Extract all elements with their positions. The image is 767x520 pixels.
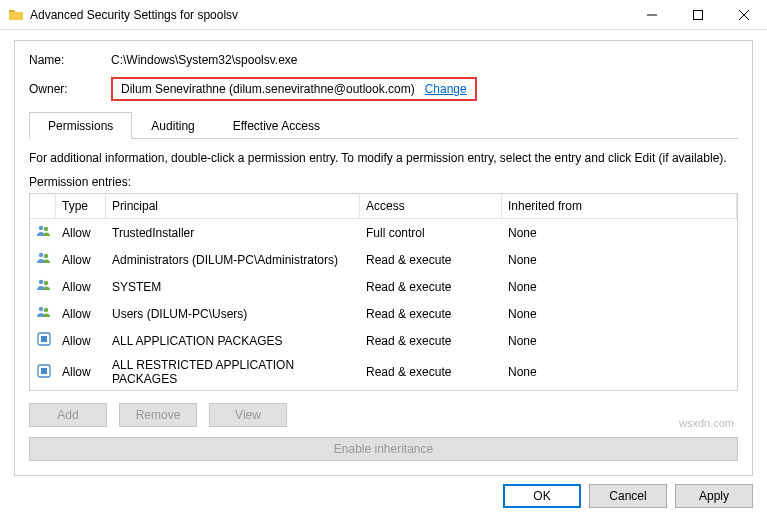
svg-point-4 [44, 254, 48, 258]
svg-point-8 [44, 308, 48, 312]
cell-type: Allow [56, 278, 106, 296]
window-title: Advanced Security Settings for spoolsv [30, 8, 629, 22]
entries-label: Permission entries: [29, 175, 738, 189]
name-value: C:\Windows\System32\spoolsv.exe [111, 53, 298, 67]
svg-rect-12 [41, 368, 47, 374]
svg-point-7 [39, 307, 43, 311]
svg-rect-10 [41, 336, 47, 342]
cell-access: Read & execute [360, 363, 502, 381]
cell-principal: SYSTEM [106, 278, 360, 296]
cell-access: Full control [360, 224, 502, 242]
cell-inherited: None [502, 363, 737, 381]
package-icon [30, 361, 56, 384]
main-panel: Name: C:\Windows\System32\spoolsv.exe Ow… [14, 40, 753, 476]
cell-principal: ALL RESTRICTED APPLICATION PACKAGES [106, 356, 360, 388]
svg-point-6 [44, 281, 48, 285]
owner-label: Owner: [29, 82, 111, 96]
folder-icon [8, 7, 24, 23]
cell-type: Allow [56, 363, 106, 381]
tab-auditing[interactable]: Auditing [132, 112, 213, 139]
svg-point-5 [39, 280, 43, 284]
col-inherited[interactable]: Inherited from [502, 194, 737, 218]
cell-type: Allow [56, 224, 106, 242]
tabs: Permissions Auditing Effective Access [29, 111, 738, 139]
cell-inherited: None [502, 305, 737, 323]
cell-principal: TrustedInstaller [106, 224, 360, 242]
cell-inherited: None [502, 332, 737, 350]
enable-inheritance-button[interactable]: Enable inheritance [29, 437, 738, 461]
package-icon [30, 329, 56, 352]
col-type[interactable]: Type [56, 194, 106, 218]
owner-highlight: Dilum Senevirathne (dilum.senevirathne@o… [111, 77, 477, 101]
cell-access: Read & execute [360, 332, 502, 350]
cell-access: Read & execute [360, 278, 502, 296]
col-icon[interactable] [30, 194, 56, 218]
table-row[interactable]: AllowSYSTEMRead & executeNone [30, 273, 737, 300]
cell-principal: ALL APPLICATION PACKAGES [106, 332, 360, 350]
col-access[interactable]: Access [360, 194, 502, 218]
table-row[interactable]: AllowALL RESTRICTED APPLICATION PACKAGES… [30, 354, 737, 390]
change-owner-link[interactable]: Change [425, 82, 467, 96]
users-icon [30, 248, 56, 271]
info-text: For additional information, double-click… [29, 151, 738, 165]
tab-permissions[interactable]: Permissions [29, 112, 132, 139]
titlebar: Advanced Security Settings for spoolsv [0, 0, 767, 30]
users-icon [30, 302, 56, 325]
cell-principal: Administrators (DILUM-PC\Administrators) [106, 251, 360, 269]
name-label: Name: [29, 53, 111, 67]
ok-button[interactable]: OK [503, 484, 581, 508]
close-button[interactable] [721, 0, 767, 30]
cell-type: Allow [56, 305, 106, 323]
watermark: wsxdn.com [679, 417, 734, 429]
cell-principal: Users (DILUM-PC\Users) [106, 305, 360, 323]
table-row[interactable]: AllowTrustedInstallerFull controlNone [30, 219, 737, 246]
maximize-button[interactable] [675, 0, 721, 30]
permission-grid: Type Principal Access Inherited from All… [29, 193, 738, 391]
cell-type: Allow [56, 332, 106, 350]
dialog-footer: OK Cancel Apply [0, 476, 767, 520]
minimize-button[interactable] [629, 0, 675, 30]
table-row[interactable]: AllowUsers (DILUM-PC\Users)Read & execut… [30, 300, 737, 327]
view-button[interactable]: View [209, 403, 287, 427]
cell-access: Read & execute [360, 305, 502, 323]
svg-rect-0 [694, 10, 703, 19]
cell-type: Allow [56, 251, 106, 269]
svg-point-1 [39, 226, 43, 230]
users-icon [30, 275, 56, 298]
col-principal[interactable]: Principal [106, 194, 360, 218]
table-row[interactable]: AllowAdministrators (DILUM-PC\Administra… [30, 246, 737, 273]
tab-effective-access[interactable]: Effective Access [214, 112, 339, 139]
cancel-button[interactable]: Cancel [589, 484, 667, 508]
table-row[interactable]: AllowALL APPLICATION PACKAGESRead & exec… [30, 327, 737, 354]
cell-inherited: None [502, 278, 737, 296]
apply-button[interactable]: Apply [675, 484, 753, 508]
remove-button[interactable]: Remove [119, 403, 197, 427]
owner-value: Dilum Senevirathne (dilum.senevirathne@o… [121, 82, 415, 96]
cell-inherited: None [502, 224, 737, 242]
cell-inherited: None [502, 251, 737, 269]
cell-access: Read & execute [360, 251, 502, 269]
users-icon [30, 221, 56, 244]
svg-point-2 [44, 227, 48, 231]
add-button[interactable]: Add [29, 403, 107, 427]
svg-point-3 [39, 253, 43, 257]
